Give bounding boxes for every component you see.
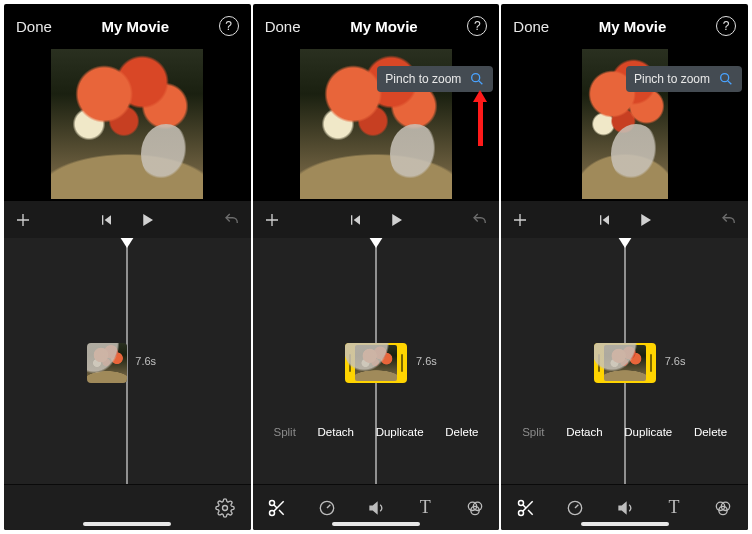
top-bar: Done My Movie ? — [253, 4, 500, 48]
plus-icon[interactable] — [511, 211, 529, 229]
home-indicator[interactable] — [581, 522, 669, 526]
playhead-knob[interactable] — [369, 238, 383, 248]
skip-back-icon[interactable] — [98, 212, 114, 228]
trim-handle-right[interactable] — [646, 343, 656, 383]
done-button[interactable]: Done — [16, 18, 52, 35]
tool-labels: Split Detach Duplicate Delete — [253, 426, 500, 444]
top-bar: Done My Movie ? — [4, 4, 251, 48]
tool-labels: Split Detach Duplicate Delete — [501, 426, 748, 444]
playhead-knob[interactable] — [120, 238, 134, 248]
project-title: My Movie — [102, 18, 170, 35]
scissors-icon[interactable] — [263, 494, 291, 522]
transport-bar — [253, 200, 500, 238]
speedometer-icon[interactable] — [561, 494, 589, 522]
play-icon[interactable] — [387, 211, 405, 229]
svg-point-8 — [519, 500, 524, 505]
speedometer-icon[interactable] — [313, 494, 341, 522]
magnifier-icon[interactable] — [469, 71, 485, 87]
svg-point-1 — [472, 74, 480, 82]
timeline[interactable]: 7.6s Split Detach Duplicate Delete — [253, 238, 500, 484]
pinch-hint-label: Pinch to zoom — [385, 72, 461, 86]
help-icon[interactable]: ? — [467, 16, 487, 36]
filters-icon[interactable] — [461, 494, 489, 522]
volume-icon[interactable] — [611, 494, 639, 522]
undo-icon[interactable] — [223, 211, 241, 229]
gear-icon[interactable] — [211, 494, 239, 522]
play-icon[interactable] — [138, 211, 156, 229]
undo-icon[interactable] — [471, 211, 489, 229]
home-indicator[interactable] — [332, 522, 420, 526]
play-icon[interactable] — [636, 211, 654, 229]
project-title: My Movie — [350, 18, 418, 35]
project-title: My Movie — [599, 18, 667, 35]
magnifier-icon[interactable] — [718, 71, 734, 87]
clip-duration-label: 7.6s — [135, 355, 156, 367]
screenshot-1: Done My Movie ? — [4, 4, 251, 530]
volume-icon[interactable] — [362, 494, 390, 522]
split-label: Split — [274, 426, 296, 438]
done-button[interactable]: Done — [513, 18, 549, 35]
filters-icon[interactable] — [709, 494, 737, 522]
svg-point-3 — [270, 510, 275, 515]
clip-duration-label: 7.6s — [416, 355, 437, 367]
clip-thumbnail-selected[interactable] — [594, 343, 656, 383]
svg-point-9 — [519, 510, 524, 515]
pinch-to-zoom-hint[interactable]: Pinch to zoom — [377, 66, 493, 92]
screenshot-2: Done My Movie ? Pinch to zoom — [253, 4, 500, 530]
transport-bar — [4, 200, 251, 238]
duplicate-label: Duplicate — [376, 426, 424, 438]
plus-icon[interactable] — [263, 211, 281, 229]
annotation-arrow — [473, 90, 487, 146]
clip-thumbnail[interactable] — [87, 343, 127, 383]
clip-thumbnail-selected[interactable] — [345, 343, 407, 383]
delete-label: Delete — [445, 426, 478, 438]
preview-video — [51, 49, 203, 199]
top-bar: Done My Movie ? — [501, 4, 748, 48]
split-label: Split — [522, 426, 544, 438]
svg-point-0 — [222, 505, 227, 510]
skip-back-icon[interactable] — [596, 212, 612, 228]
timeline[interactable]: 7.6s Split Detach Duplicate Delete — [501, 238, 748, 484]
detach-label: Detach — [566, 426, 602, 438]
duplicate-label: Duplicate — [624, 426, 672, 438]
screenshot-3: Done My Movie ? Pinch to zoom — [501, 4, 748, 530]
clip-duration-label: 7.6s — [665, 355, 686, 367]
help-icon[interactable]: ? — [716, 16, 736, 36]
timeline[interactable]: 7.6s — [4, 238, 251, 484]
playhead-knob[interactable] — [618, 238, 632, 248]
svg-point-7 — [721, 74, 729, 82]
help-icon[interactable]: ? — [219, 16, 239, 36]
done-button[interactable]: Done — [265, 18, 301, 35]
skip-back-icon[interactable] — [347, 212, 363, 228]
delete-label: Delete — [694, 426, 727, 438]
undo-icon[interactable] — [720, 211, 738, 229]
pinch-to-zoom-hint[interactable]: Pinch to zoom — [626, 66, 742, 92]
svg-point-2 — [270, 500, 275, 505]
home-indicator[interactable] — [83, 522, 171, 526]
scissors-icon[interactable] — [512, 494, 540, 522]
transport-bar — [501, 200, 748, 238]
detach-label: Detach — [318, 426, 354, 438]
text-icon[interactable]: T — [411, 494, 439, 522]
trim-handle-right[interactable] — [397, 343, 407, 383]
pinch-hint-label: Pinch to zoom — [634, 72, 710, 86]
plus-icon[interactable] — [14, 211, 32, 229]
preview-area[interactable] — [4, 48, 251, 200]
text-icon[interactable]: T — [660, 494, 688, 522]
